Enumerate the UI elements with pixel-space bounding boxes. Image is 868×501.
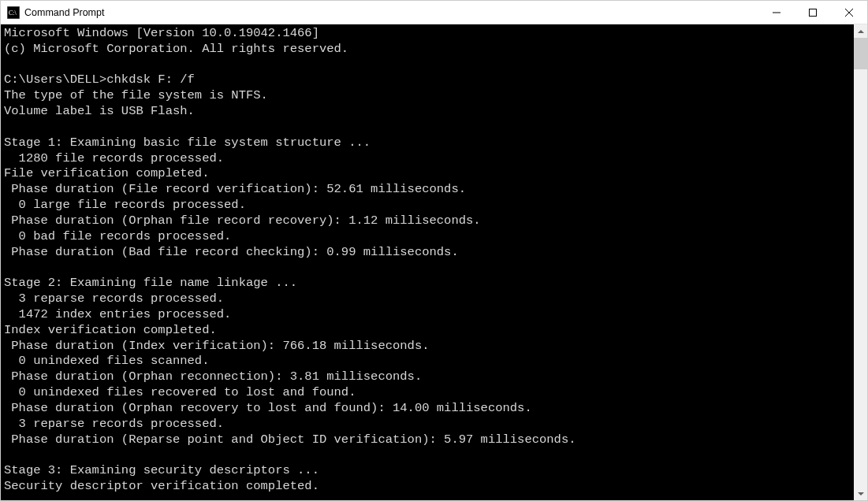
- maximize-button[interactable]: [795, 1, 831, 24]
- window-title: Command Prompt: [24, 7, 758, 18]
- scroll-down-arrow[interactable]: [854, 487, 867, 500]
- window-controls: [758, 1, 867, 24]
- scroll-up-arrow[interactable]: [854, 24, 867, 38]
- svg-rect-3: [810, 9, 817, 17]
- titlebar[interactable]: C:\ Command Prompt: [1, 1, 867, 24]
- minimize-button[interactable]: [758, 1, 795, 24]
- svg-text:C:\: C:\: [9, 9, 17, 17]
- cmd-icon: C:\: [7, 6, 20, 19]
- close-button[interactable]: [831, 1, 867, 24]
- scroll-thumb[interactable]: [854, 38, 867, 69]
- command-prompt-window: C:\ Command Prompt Microsoft Windows [Ve…: [0, 0, 868, 501]
- svg-marker-6: [858, 30, 864, 33]
- terminal-output[interactable]: Microsoft Windows [Version 10.0.19042.14…: [1, 24, 854, 500]
- svg-marker-7: [858, 492, 864, 495]
- content-area: Microsoft Windows [Version 10.0.19042.14…: [1, 24, 867, 500]
- vertical-scrollbar[interactable]: [854, 24, 867, 500]
- scroll-track[interactable]: [854, 38, 867, 487]
